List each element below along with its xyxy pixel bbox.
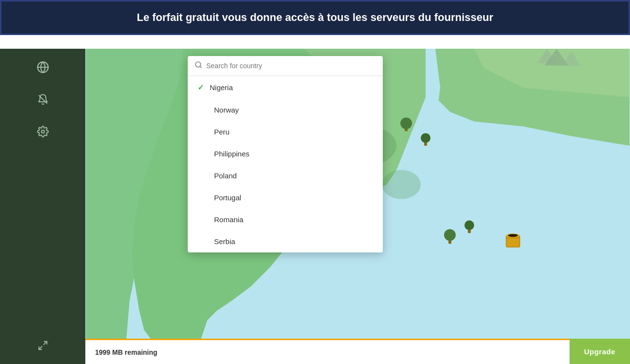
search-icon <box>195 61 202 71</box>
country-item[interactable]: Portugal <box>188 187 383 209</box>
country-item[interactable]: ✓Nigeria <box>188 76 383 99</box>
country-item[interactable]: Norway <box>188 99 383 121</box>
country-dropdown: ✓NigeriaNorwayPeruPhilippinesPolandPortu… <box>188 56 383 252</box>
svg-point-8 <box>382 170 421 199</box>
svg-point-11 <box>400 117 412 129</box>
upgrade-button[interactable]: Upgrade <box>570 339 630 364</box>
globe-icon[interactable] <box>34 58 52 76</box>
bottom-bar: 1999 MB remaining Upgrade <box>85 339 630 364</box>
country-name: Peru <box>214 128 230 136</box>
svg-point-17 <box>464 220 474 230</box>
svg-line-4 <box>43 342 46 345</box>
search-input[interactable] <box>206 62 376 70</box>
country-item[interactable]: Philippines <box>188 143 383 165</box>
country-item[interactable]: Poland <box>188 165 383 187</box>
check-icon: ✓ <box>197 83 204 92</box>
search-box <box>188 56 383 76</box>
country-name: Philippines <box>214 150 250 158</box>
svg-line-5 <box>39 346 41 349</box>
svg-line-28 <box>200 66 201 68</box>
svg-point-3 <box>41 130 44 133</box>
svg-point-21 <box>508 234 518 237</box>
country-list: ✓NigeriaNorwayPeruPhilippinesPolandPortu… <box>188 76 383 252</box>
country-name: Poland <box>214 172 237 180</box>
country-name: Romania <box>214 215 243 224</box>
data-remaining: 1999 MB remaining <box>85 339 570 364</box>
bell-icon[interactable] <box>34 91 52 108</box>
country-item[interactable]: Serbia <box>188 230 383 252</box>
country-item[interactable]: Romania <box>188 209 383 230</box>
country-name: Nigeria <box>210 83 233 92</box>
svg-point-13 <box>421 133 431 143</box>
country-list-container[interactable]: ✓NigeriaNorwayPeruPhilippinesPolandPortu… <box>188 76 383 252</box>
country-name: Serbia <box>214 237 235 246</box>
country-name: Portugal <box>214 193 241 202</box>
minimize-icon[interactable] <box>34 337 52 354</box>
sidebar <box>0 49 85 364</box>
svg-point-15 <box>444 229 456 241</box>
country-name: Norway <box>214 106 239 114</box>
settings-icon[interactable] <box>34 123 52 140</box>
promo-banner: Le forfait gratuit vous donne accès à to… <box>0 0 630 35</box>
country-item[interactable]: Peru <box>188 121 383 143</box>
